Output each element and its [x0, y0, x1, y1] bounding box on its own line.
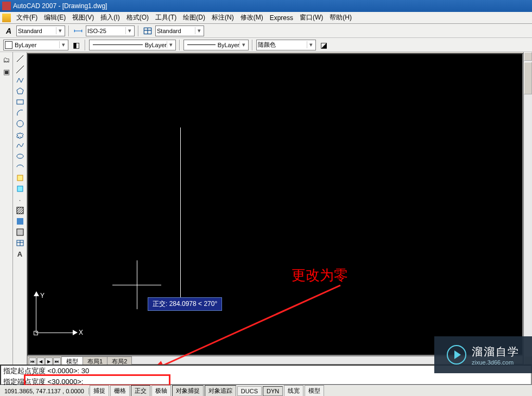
- divider: [138, 25, 139, 36]
- menu-bar: 文件(F) 编辑(E) 视图(V) 插入(I) 格式(O) 工具(T) 绘图(D…: [0, 12, 532, 24]
- menu-file[interactable]: 文件(F): [13, 12, 41, 23]
- drawn-line: [180, 127, 181, 301]
- dyn-toggle[interactable]: DYN: [263, 386, 283, 396]
- menu-draw[interactable]: 绘图(D): [180, 12, 208, 23]
- document-icon: [2, 14, 11, 22]
- layer-properties-icon[interactable]: ◧: [71, 40, 81, 50]
- snap-toggle[interactable]: 捕捉: [90, 385, 109, 396]
- text-style-icon[interactable]: A: [3, 25, 14, 36]
- osnap-toggle[interactable]: 对象捕捉: [172, 385, 204, 396]
- line-tool[interactable]: [14, 53, 26, 64]
- menu-edit[interactable]: 编辑(E): [41, 12, 69, 23]
- lineweight-sample: [187, 44, 216, 45]
- svg-rect-11: [17, 229, 23, 235]
- lock-toolbar-icon[interactable]: ▣: [1, 66, 12, 77]
- mtext-tool[interactable]: A: [14, 248, 26, 259]
- dynamic-input-tooltip: 正交: 284.0978 < 270°: [148, 297, 222, 311]
- status-bar: 1091.3865, 747.1137 , 0.0000 捕捉 栅格 正交 极轴…: [0, 385, 532, 396]
- svg-point-5: [17, 120, 23, 127]
- linetype-value: ByLayer: [145, 42, 167, 48]
- rectangle-tool[interactable]: [14, 97, 26, 107]
- drawing-canvas[interactable]: 正交: 284.0978 < 270° Y X 更改为零: [27, 53, 523, 356]
- text-style-select[interactable]: Standard▾: [16, 25, 65, 36]
- scrollbar-track[interactable]: [524, 94, 532, 356]
- ellipse-tool[interactable]: [14, 151, 26, 162]
- menu-dimension[interactable]: 标注(N): [208, 12, 237, 23]
- construction-line-tool[interactable]: [14, 64, 26, 75]
- model-toggle[interactable]: 模型: [305, 385, 324, 396]
- svg-line-2: [16, 66, 24, 73]
- ellipse-arc-tool[interactable]: [14, 162, 26, 173]
- vertical-scrollbar[interactable]: [523, 52, 532, 365]
- layer-select[interactable]: ByLayer▾: [3, 40, 68, 50]
- draw-toolbar: · A: [13, 52, 27, 365]
- chevron-down-icon: ▾: [56, 27, 64, 34]
- scroll-up-button[interactable]: [524, 52, 532, 61]
- arc-tool[interactable]: [14, 107, 26, 118]
- table-style-icon[interactable]: [142, 25, 153, 36]
- app-icon: [2, 2, 11, 10]
- table-tool[interactable]: [14, 238, 26, 248]
- revision-cloud-tool[interactable]: [14, 129, 26, 140]
- tab-nav-last[interactable]: ⏭: [53, 357, 61, 365]
- watermark: 溜溜自学 zixue.3d66.com: [434, 336, 532, 373]
- grid-toggle[interactable]: 栅格: [110, 385, 130, 396]
- menu-format[interactable]: 格式(O): [123, 12, 152, 23]
- otrack-toggle[interactable]: 对象追踪: [205, 385, 236, 396]
- text-style-value: Standard: [18, 28, 42, 34]
- divider: [85, 40, 86, 50]
- crosshair-horizontal: [112, 285, 161, 285]
- table-style-select[interactable]: Standard▾: [155, 25, 204, 36]
- menu-insert[interactable]: 插入(I): [97, 12, 123, 23]
- tool-palette-icon[interactable]: 🗂: [1, 54, 12, 65]
- title-bar: AutoCAD 2007 - [Drawing1.dwg]: [0, 0, 532, 12]
- menu-express[interactable]: Express: [267, 13, 296, 23]
- polyline-tool[interactable]: [14, 75, 26, 86]
- menu-view[interactable]: 视图(V): [69, 12, 97, 23]
- ortho-toggle[interactable]: 正交: [131, 385, 150, 396]
- tab-nav-prev[interactable]: ◀: [37, 357, 45, 365]
- divider: [252, 40, 253, 50]
- menu-window[interactable]: 窗口(W): [296, 12, 326, 23]
- region-tool[interactable]: [14, 227, 26, 238]
- insert-block-tool[interactable]: [14, 173, 26, 183]
- layer-color-swatch: [5, 41, 12, 49]
- spline-tool[interactable]: [14, 140, 26, 151]
- tab-nav-next[interactable]: ▶: [45, 357, 53, 365]
- layer-value: ByLayer: [15, 42, 36, 48]
- lineweight-toggle[interactable]: 线宽: [284, 385, 303, 396]
- make-block-tool[interactable]: [14, 183, 26, 194]
- plot-style-select[interactable]: 随颜色▾: [256, 40, 316, 50]
- menu-tools[interactable]: 工具(T): [152, 12, 180, 23]
- menu-modify[interactable]: 修改(M): [237, 12, 267, 23]
- ducs-toggle[interactable]: DUCS: [237, 386, 262, 396]
- menu-help[interactable]: 帮助(H): [326, 12, 355, 23]
- svg-line-1: [17, 55, 23, 62]
- ucs-origin: [34, 331, 38, 335]
- chevron-down-icon: ▾: [167, 41, 174, 48]
- color-picker-icon[interactable]: ◪: [318, 40, 329, 50]
- polygon-tool[interactable]: [14, 86, 26, 97]
- canvas-container: 正交: 284.0978 < 270° Y X 更改为零 ⏮ ◀ ▶: [27, 52, 523, 365]
- svg-rect-8: [17, 186, 23, 191]
- coordinate-readout: 1091.3865, 747.1137 , 0.0000: [0, 388, 89, 394]
- polar-toggle[interactable]: 极轴: [151, 385, 171, 396]
- ucs-x-arrow: [73, 330, 78, 335]
- linetype-select[interactable]: ByLayer▾: [89, 40, 176, 50]
- gradient-tool[interactable]: [14, 216, 26, 227]
- ucs-y-axis: [36, 295, 36, 333]
- annotation-text: 更改为零: [292, 266, 348, 285]
- ucs-x-label: X: [79, 329, 83, 336]
- circle-tool[interactable]: [14, 118, 26, 129]
- dim-style-select[interactable]: ISO-25▾: [86, 25, 135, 36]
- svg-rect-7: [17, 175, 23, 181]
- watermark-url: zixue.3d66.com: [472, 359, 520, 366]
- scrollbar-thumb[interactable]: [524, 62, 532, 94]
- lineweight-select[interactable]: ByLayer▾: [183, 40, 249, 50]
- tab-nav-first[interactable]: ⏮: [29, 357, 36, 365]
- dim-style-icon[interactable]: [73, 25, 84, 36]
- svg-rect-10: [17, 218, 23, 225]
- chevron-down-icon: ▾: [195, 27, 202, 34]
- point-tool[interactable]: ·: [14, 194, 26, 205]
- hatch-tool[interactable]: [14, 205, 26, 216]
